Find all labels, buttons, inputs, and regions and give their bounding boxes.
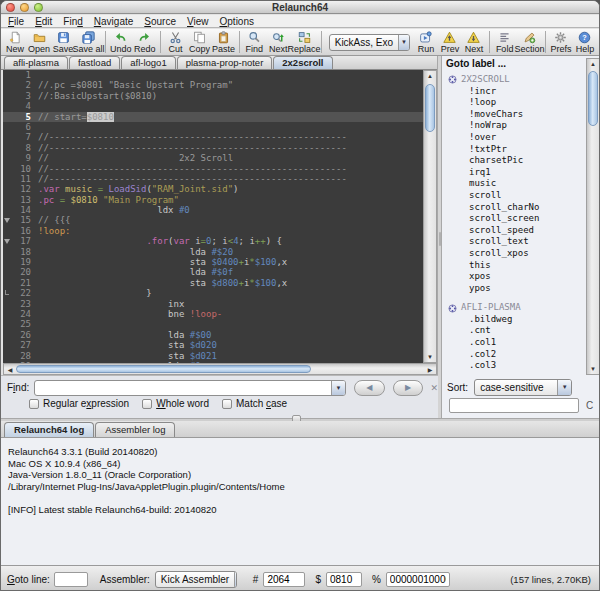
label-item[interactable]: !txtPtr — [442, 144, 586, 156]
editor-horizontal-scrollbar[interactable]: ◀ ▶ — [3, 363, 437, 375]
label-item[interactable]: ypos — [442, 283, 586, 295]
label-item[interactable]: charsetPic — [442, 155, 586, 167]
goto-vscroll-thumb[interactable] — [588, 71, 598, 126]
checkbox[interactable] — [222, 399, 232, 409]
label-item[interactable]: this — [442, 260, 586, 272]
editor-vertical-scrollbar[interactable]: ▲ ▼ — [423, 70, 437, 363]
script-select[interactable]: KickAss, Exo▼ — [329, 34, 410, 51]
close-find-icon[interactable]: ✕ — [430, 383, 438, 393]
copy-button[interactable]: Copy — [188, 29, 212, 55]
option-match-case[interactable]: Match case — [222, 398, 287, 409]
label-item[interactable]: .cnt — [442, 325, 586, 337]
run-button[interactable]: Run — [414, 29, 438, 55]
dec-address-input[interactable] — [263, 572, 305, 587]
chevron-down-icon[interactable]: ▼ — [331, 381, 345, 395]
line-number: 3 — [13, 91, 31, 101]
option-regular-expression[interactable]: Regular expression — [29, 398, 129, 409]
help-button[interactable]: ?Help — [573, 29, 597, 55]
menu-options[interactable]: Options — [220, 16, 254, 27]
label-item[interactable]: .col3 — [442, 360, 586, 370]
label-item[interactable]: scroll_speed — [442, 225, 586, 237]
label-item[interactable]: scroll_xpos — [442, 248, 586, 260]
label-item[interactable]: .bildweg — [442, 314, 586, 326]
label-item[interactable]: !over — [442, 132, 586, 144]
paste-button[interactable]: Paste — [212, 29, 236, 55]
tab-fastload[interactable]: fastload — [69, 56, 120, 69]
tab-assembler-log[interactable]: Assembler log — [95, 422, 175, 437]
editor-vscroll-thumb[interactable] — [425, 84, 435, 132]
fold-button[interactable]: Fold — [493, 29, 517, 55]
checkbox[interactable] — [142, 399, 152, 409]
menu-find[interactable]: Find — [63, 16, 82, 27]
bin-address-input[interactable] — [386, 572, 450, 587]
label-item[interactable]: !noWrap — [442, 120, 586, 132]
scroll-down-icon[interactable]: ▼ — [424, 354, 436, 360]
scroll-left-icon[interactable]: ◀ — [6, 366, 14, 373]
menu-edit[interactable]: Edit — [35, 16, 52, 27]
sort-select[interactable]: case-sensitive ▼ — [474, 379, 572, 396]
cut-button[interactable]: Cut — [164, 29, 188, 55]
label-item[interactable]: scroll_text — [442, 236, 586, 248]
checkbox[interactable] — [29, 399, 39, 409]
scroll-right-icon[interactable]: ▶ — [426, 366, 434, 373]
goto-panel-scrollbar[interactable]: ▲ ▼ — [586, 58, 600, 375]
find-combo: ▼ — [34, 380, 346, 396]
menu-file[interactable]: File — [8, 16, 24, 27]
fold-icon — [498, 30, 511, 44]
menu-view[interactable]: View — [187, 16, 209, 27]
tab-relaunch64-log[interactable]: Relaunch64 log — [4, 422, 94, 437]
prev-button[interactable]: Prev — [438, 29, 462, 55]
label-item[interactable]: scroll — [442, 190, 586, 202]
tab-afli-plasma[interactable]: afli-plasma — [4, 56, 68, 69]
label-section-2x2scroll[interactable]: 2X2SCROLL — [442, 74, 586, 86]
save-button[interactable]: Save — [51, 29, 75, 55]
find-button[interactable]: Find — [242, 29, 266, 55]
goto-line-input[interactable] — [54, 572, 88, 587]
code-line: 27 sta $d020 — [3, 340, 423, 350]
label-item[interactable]: music — [442, 178, 586, 190]
undo-button[interactable]: Undo — [109, 29, 133, 55]
label-item[interactable]: !moveChars — [442, 109, 586, 121]
prefs-button[interactable]: Prefs — [549, 29, 573, 55]
goto-label-list[interactable]: 2X2SCROLL!incr!loop!moveChars!noWrap!ove… — [442, 74, 586, 370]
menu-source[interactable]: Source — [144, 16, 176, 27]
new-button[interactable]: New — [3, 29, 27, 55]
menubar: FileEditFindNavigateSourceViewOptions — [1, 15, 599, 28]
scroll-up-icon[interactable]: ▲ — [424, 73, 436, 79]
line-number: 12 — [13, 184, 31, 194]
label-item[interactable]: irq1 — [442, 167, 586, 179]
scroll-up-icon[interactable]: ▲ — [587, 61, 599, 67]
label-item[interactable]: !incr — [442, 86, 586, 98]
find-input[interactable] — [35, 381, 331, 395]
replace-button[interactable]: Replace — [290, 29, 318, 55]
label-section-afli-plasma[interactable]: AFLI-PLASMA — [442, 302, 586, 314]
label-item[interactable]: scroll_charNo — [442, 202, 586, 214]
open-button[interactable]: Open — [27, 29, 51, 55]
option-whole-word[interactable]: Whole word — [142, 398, 209, 409]
log-output: Relaunch64 3.3.1 (Build 20140820)Mac OS … — [1, 438, 599, 565]
next-button[interactable]: Next — [462, 29, 486, 55]
label-item[interactable]: xpos — [442, 271, 586, 283]
tab-afl-logo1[interactable]: afl-logo1 — [121, 56, 175, 69]
section-button[interactable]: Section — [517, 29, 543, 55]
tab-plasma-prop-noter[interactable]: plasma-prop-noter — [177, 56, 273, 69]
fold-collapse-icon[interactable] — [4, 218, 10, 223]
find-next-button[interactable]: ▶ — [393, 380, 424, 396]
redo-button[interactable]: Redo — [133, 29, 157, 55]
save-all-button[interactable]: Save all — [75, 29, 102, 55]
code-editor[interactable]: 12//.pc =$0801 "Basic Upstart Program"3/… — [3, 70, 423, 363]
label-item[interactable]: !loop — [442, 97, 586, 109]
editor-hscroll-thumb[interactable] — [16, 365, 311, 373]
find-prev-button[interactable]: ◀ — [354, 380, 385, 396]
scroll-down-icon[interactable]: ▼ — [587, 366, 599, 372]
goto-filter-input[interactable] — [449, 398, 579, 413]
fold-collapse-icon[interactable] — [4, 239, 10, 244]
menu-navigate[interactable]: Navigate — [94, 16, 133, 27]
cut-icon — [169, 30, 182, 44]
label-item[interactable]: .col2 — [442, 349, 586, 361]
label-item[interactable]: .col1 — [442, 337, 586, 349]
label-item[interactable]: scroll_screen — [442, 213, 586, 225]
assembler-select[interactable]: Kick Assembler ▼ — [155, 571, 237, 588]
tab-2x2scroll[interactable]: 2x2scroll — [273, 56, 332, 69]
hex-address-input[interactable] — [326, 572, 362, 587]
